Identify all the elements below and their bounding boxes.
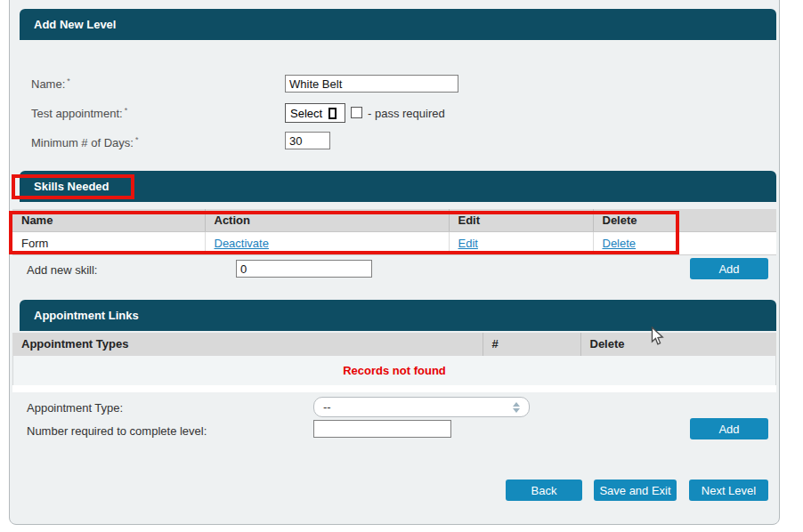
col-header-delete: Delete bbox=[580, 333, 776, 356]
pass-required-checkbox[interactable] bbox=[351, 107, 362, 118]
pass-required-label: - pass required bbox=[368, 107, 445, 120]
required-mark: * bbox=[135, 135, 139, 144]
select-value: -- bbox=[323, 400, 331, 414]
add-appointment-button[interactable]: Add bbox=[690, 418, 768, 439]
select-value: Select bbox=[290, 107, 322, 120]
col-header-number: # bbox=[483, 333, 580, 356]
section-header-add-new-level: Add New Level bbox=[20, 9, 776, 40]
skills-table: Name Action Edit Delete Form Deactivate … bbox=[12, 209, 776, 255]
save-and-exit-button[interactable]: Save and Exit bbox=[594, 480, 677, 501]
delete-link[interactable]: Delete bbox=[603, 237, 637, 250]
col-header-action: Action bbox=[205, 209, 449, 231]
min-days-label: Minimum # of Days:* bbox=[31, 135, 138, 149]
mouse-cursor-icon bbox=[651, 326, 664, 350]
page: Add New Level Name:* Test appointment:* … bbox=[0, 0, 803, 532]
add-new-skill-input[interactable] bbox=[236, 260, 372, 278]
required-mark: * bbox=[67, 77, 70, 85]
test-appointment-select[interactable]: Select bbox=[285, 103, 345, 123]
skill-name-cell: Form bbox=[12, 231, 205, 254]
appointment-type-label: Appointment Type: bbox=[27, 401, 123, 415]
add-new-skill-label: Add new skill: bbox=[27, 263, 97, 277]
skills-table-row: Form Deactivate Edit Delete bbox=[12, 231, 776, 254]
next-level-button[interactable]: Next Level bbox=[689, 480, 768, 501]
test-appointment-label: Test appointment:* bbox=[31, 106, 127, 120]
number-required-input[interactable] bbox=[313, 420, 451, 438]
back-button[interactable]: Back bbox=[506, 480, 582, 501]
col-header-delete: Delete bbox=[593, 209, 776, 231]
appointment-type-select[interactable]: -- bbox=[313, 397, 530, 417]
min-days-input[interactable] bbox=[285, 132, 330, 149]
deactivate-link[interactable]: Deactivate bbox=[215, 237, 269, 250]
section-title: Skills Needed bbox=[34, 180, 110, 193]
section-title: Add New Level bbox=[34, 18, 116, 31]
missing-glyph-icon bbox=[328, 108, 337, 119]
name-label: Name:* bbox=[31, 77, 70, 91]
section-header-skills-needed: Skills Needed bbox=[20, 171, 776, 202]
col-header-edit: Edit bbox=[449, 209, 593, 231]
table-footer-strip bbox=[12, 385, 776, 392]
required-mark: * bbox=[125, 106, 128, 115]
add-skill-button[interactable]: Add bbox=[690, 258, 768, 279]
number-required-label: Number required to complete level: bbox=[27, 424, 207, 438]
section-title: Appointment Links bbox=[34, 309, 139, 322]
name-input[interactable] bbox=[285, 75, 458, 93]
edit-link[interactable]: Edit bbox=[458, 237, 478, 250]
records-not-found-message: Records not found bbox=[12, 356, 776, 385]
select-spinner-icon bbox=[513, 402, 520, 413]
col-header-appointment-types: Appointment Types bbox=[12, 333, 483, 356]
col-header-name: Name bbox=[12, 209, 205, 231]
skills-table-header-row: Name Action Edit Delete bbox=[12, 209, 776, 231]
